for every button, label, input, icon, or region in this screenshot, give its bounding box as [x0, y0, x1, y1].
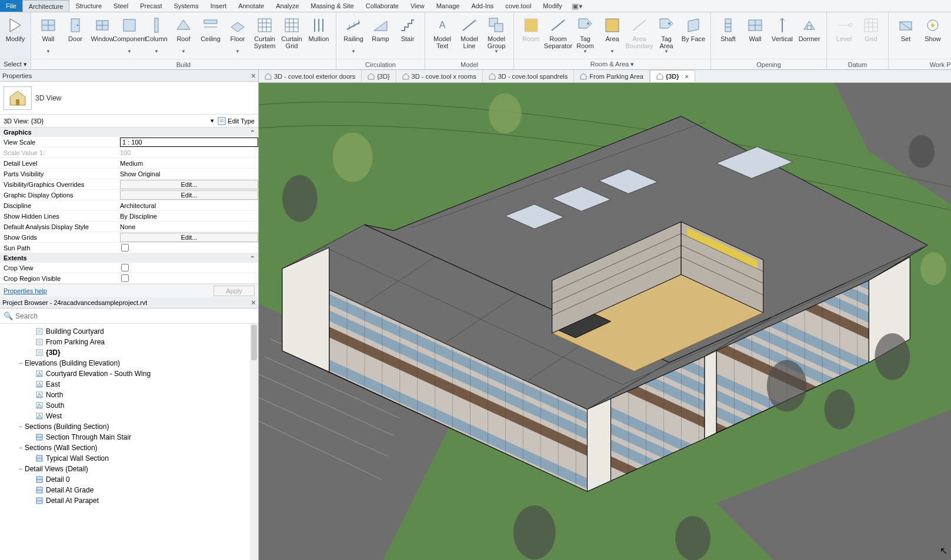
ribbon-door-button[interactable]: Door	[62, 15, 89, 51]
tree-node--3d-[interactable]: {3D}	[1, 347, 258, 358]
tree-node-courtyard-elevation-south-wing[interactable]: Courtyard Elevation - South Wing	[1, 368, 258, 379]
ribbon-by-face-button[interactable]: By Face	[680, 15, 707, 51]
ribbon-wall-button[interactable]: Wall	[742, 15, 769, 51]
menu-tab-precast[interactable]: Precast	[134, 0, 168, 12]
menu-tab-structure[interactable]: Structure	[69, 0, 108, 12]
apply-button[interactable]: Apply	[213, 286, 255, 296]
tree-node-typical-wall-section[interactable]: Typical Wall Section	[1, 453, 258, 464]
ribbon-dormer-button[interactable]: Dormer	[796, 15, 823, 51]
menu-tab-systems[interactable]: Systems	[168, 0, 204, 12]
door-icon	[66, 16, 84, 34]
menu-tab-analyze[interactable]: Analyze	[270, 0, 305, 12]
tree-node-elevations-building-elevation-[interactable]: −Elevations (Building Elevation)	[1, 358, 258, 368]
project-browser-close-icon[interactable]: ×	[251, 298, 256, 307]
tree-node-from-parking-area[interactable]: From Parking Area	[1, 337, 258, 347]
edit-cell-button[interactable]: Edit...	[120, 180, 258, 189]
menu-tab-architecture[interactable]: Architecture	[22, 0, 70, 12]
ribbon-roof-button[interactable]: Roof▼	[170, 15, 197, 56]
ribbon-area-button[interactable]: Area▼	[599, 15, 626, 56]
ribbon-shaft-button[interactable]: Shaft	[715, 15, 742, 51]
scrollbar-thumb[interactable]	[251, 325, 257, 360]
menu-tab-manage[interactable]: Manage	[431, 0, 466, 12]
ribbon-window-button[interactable]: Window	[89, 15, 116, 51]
prop-row-graphic-display-options: Graphic Display OptionsEdit...	[0, 190, 258, 200]
ribbon-mullion-button[interactable]: Mullion	[305, 15, 332, 51]
tree-node-west[interactable]: West	[1, 411, 258, 421]
ribbon-show-button[interactable]: Show	[919, 15, 946, 51]
tree-node-south[interactable]: South	[1, 400, 258, 411]
viewport-canvas[interactable]: ↖	[259, 83, 951, 560]
ribbon-ceiling-button[interactable]: Ceiling	[197, 15, 224, 51]
tree-node-detail-at-grade[interactable]: Detail At Grade	[1, 485, 258, 495]
edit-cell-button[interactable]: Edit...	[120, 190, 258, 200]
file-menu[interactable]: File	[0, 0, 22, 12]
menu-tab-steel[interactable]: Steel	[108, 0, 134, 12]
ribbon-curtain-grid-button[interactable]: Curtain Grid	[278, 15, 305, 51]
ribbon-component-button[interactable]: Component▼	[116, 15, 143, 56]
tree-node-detail-at-parapet[interactable]: Detail At Parapet	[1, 495, 258, 506]
tree-node-sections-building-section-[interactable]: −Sections (Building Section)	[1, 421, 258, 432]
ribbon-tag-area-button[interactable]: Tag Area▼	[653, 15, 680, 56]
svg-line-38	[552, 20, 565, 31]
modify-button[interactable]: Modify	[4, 15, 27, 51]
view-tab-3d-cove-tool-exterior-doors[interactable]: 3D - cove.tool exterior doors	[259, 70, 362, 82]
menu-tab-annotate[interactable]: Annotate	[232, 0, 270, 12]
view-tab-from-parking-area[interactable]: From Parking Area	[574, 70, 650, 82]
tree-node-sections-wall-section-[interactable]: −Sections (Wall Section)	[1, 442, 258, 453]
tree-node-detail-views-detail-[interactable]: −Detail Views (Detail)	[1, 464, 258, 474]
view-tab--3d-[interactable]: {3D}	[362, 70, 396, 82]
ribbon-model-text-button[interactable]: AModel Text	[429, 15, 456, 51]
menu-tab-massing-site[interactable]: Massing & Site	[305, 0, 359, 12]
ribbon-floor-button[interactable]: Floor▼	[224, 15, 251, 56]
menu-tab-collaborate[interactable]: Collaborate	[360, 0, 405, 12]
ribbon-tag-room-button[interactable]: Tag Room▼	[572, 15, 599, 56]
ribbon-model-group-button[interactable]: Model Group▼	[483, 15, 510, 56]
tree-node-detail-0[interactable]: Detail 0	[1, 474, 258, 485]
set-icon	[897, 16, 915, 34]
prop-input[interactable]	[120, 138, 258, 147]
tree-node-east[interactable]: East	[1, 379, 258, 390]
prop-category-extents[interactable]: Extents⌃	[0, 253, 258, 263]
tree-node-north[interactable]: North	[1, 390, 258, 400]
close-tab-icon[interactable]: ×	[685, 73, 689, 80]
ribbon-wall-button[interactable]: Wall▼	[35, 15, 62, 56]
tree-twisty-icon[interactable]: −	[16, 465, 25, 473]
edit-cell-button[interactable]: Edit...	[120, 233, 258, 242]
ribbon-column-button[interactable]: Column▼	[143, 15, 170, 56]
view-tab--3d-[interactable]: {3D}×	[650, 70, 695, 82]
instance-dropdown-icon[interactable]: ▾	[211, 117, 214, 125]
column-icon	[148, 16, 165, 34]
properties-help-link[interactable]: Properties help	[4, 287, 47, 294]
external-tools-icon[interactable]: ▣▾	[572, 0, 583, 12]
tree-twisty-icon[interactable]: −	[16, 422, 25, 431]
tree-scrollbar[interactable]	[250, 324, 258, 560]
properties-close-icon[interactable]: ×	[251, 71, 256, 81]
menu-tab-view[interactable]: View	[405, 0, 431, 12]
tree-twisty-icon[interactable]: −	[16, 444, 25, 452]
type-selector[interactable]: 3D View	[0, 82, 258, 115]
select-group-label[interactable]: Select ▾	[0, 59, 31, 69]
menu-tab-insert[interactable]: Insert	[205, 0, 233, 12]
ribbon-vertical-button[interactable]: Vertical	[769, 15, 796, 51]
ribbon-room-separator-button[interactable]: Room Separator	[545, 15, 572, 51]
prop-checkbox[interactable]	[121, 274, 129, 282]
ribbon-set-button[interactable]: Set	[892, 15, 919, 51]
ribbon-railing-button[interactable]: Railing▼	[340, 15, 367, 56]
ribbon-curtain-system-button[interactable]: Curtain System	[251, 15, 278, 51]
prop-checkbox[interactable]	[121, 264, 129, 271]
ribbon-model-line-button[interactable]: Model Line	[456, 15, 483, 51]
edit-type-button[interactable]: Edit Type	[218, 117, 255, 125]
menu-tab-modify[interactable]: Modify	[537, 0, 568, 12]
tree-node-section-through-main-stair[interactable]: Section Through Main Stair	[1, 432, 258, 442]
prop-checkbox[interactable]	[121, 244, 129, 252]
search-input[interactable]	[15, 312, 255, 320]
tree-twisty-icon[interactable]: −	[16, 359, 25, 367]
view-tab-3d-cove-tool-spandrels[interactable]: 3D - cove.tool spandrels	[483, 70, 575, 82]
tree-node-building-courtyard[interactable]: Building Courtyard	[1, 326, 258, 337]
view-tab-3d-cove-tool-x-rooms[interactable]: 3D - cove.tool x rooms	[396, 70, 483, 82]
ribbon-ramp-button[interactable]: Ramp	[367, 15, 394, 51]
menu-tab-add-ins[interactable]: Add-Ins	[465, 0, 499, 12]
ribbon-stair-button[interactable]: Stair	[394, 15, 421, 51]
prop-category-graphics[interactable]: Graphics⌃	[0, 128, 258, 137]
menu-tab-cove-tool[interactable]: cove.tool	[499, 0, 537, 12]
